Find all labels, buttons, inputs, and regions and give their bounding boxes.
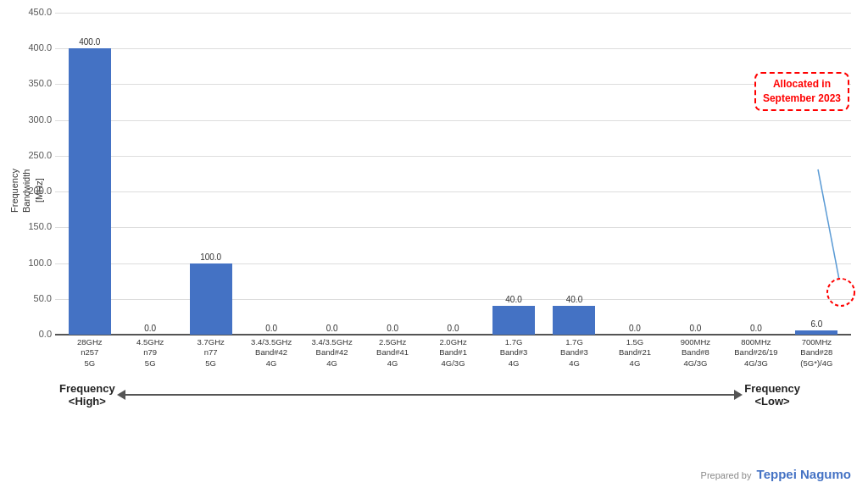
bar-group-3: 0.0 (241, 324, 301, 335)
bar-value-label-11: 0.0 (750, 324, 762, 333)
x-labels: 28GHzn2575G4.5GHzn795G3.7GHzn775G3.4/3.5… (55, 335, 851, 377)
chart-area: FrequencyBandwidth[MHz] 450.0400.0350.03… (8, 13, 851, 377)
x-label-2: 3.7GHzn775G (181, 335, 241, 369)
x-label-6: 2.0GHzBand#14G/3G (423, 335, 483, 369)
freq-high-label: Frequency<High> (59, 382, 115, 408)
bar-group-1: 0.0 (120, 324, 180, 335)
bar-rect-7 (492, 306, 535, 335)
bar-value-label-5: 0.0 (387, 324, 398, 333)
bar-group-8: 40.0 (544, 295, 604, 335)
bar-rect-8 (553, 306, 595, 335)
bar-group-11: 0.0 (726, 324, 786, 335)
bar-group-7: 40.0 (483, 295, 543, 335)
bar-rect-2 (190, 263, 232, 335)
bar-group-10: 0.0 (665, 324, 726, 335)
author-name: Teppei Nagumo (757, 467, 851, 481)
bar-group-0: 400.0 (59, 37, 120, 335)
bar-value-label-1: 0.0 (144, 324, 156, 333)
bar-value-label-6: 0.0 (448, 324, 459, 333)
bar-group-6: 0.0 (423, 324, 483, 335)
bar-group-2: 100.0 (181, 252, 241, 335)
x-label-8: 1.7GBand#34G (544, 335, 604, 369)
frequency-arrow-line (124, 394, 737, 396)
x-label-4: 3.4/3.5GHzBand#424G (302, 335, 362, 369)
x-label-9: 1.5GBand#214G (604, 335, 665, 369)
x-label-11: 800MHzBand#26/194G/3G (726, 335, 786, 369)
x-label-10: 900MHzBand#84G/3G (665, 335, 726, 369)
plot-area: 450.0400.0350.0300.0250.0200.0150.0100.0… (55, 13, 851, 377)
bar-rect-0 (69, 48, 111, 335)
annotation-text: Allocated inSeptember 2023 (763, 78, 841, 104)
bar-value-label-12: 6.0 (810, 319, 822, 329)
x-label-5: 2.5GHzBand#414G (362, 335, 422, 369)
x-label-0: 28GHzn2575G (59, 335, 120, 369)
bar-group-4: 0.0 (302, 324, 362, 335)
bar-value-label-0: 400.0 (79, 37, 100, 47)
annotation-callout: Allocated inSeptember 2023 (754, 72, 849, 111)
x-label-3: 3.4/3.5GHzBand#424G (241, 335, 301, 369)
bar-value-label-7: 40.0 (505, 295, 521, 304)
bar-group-5: 0.0 (362, 324, 422, 335)
x-label-12: 700MHzBand#28(5G*)/4G (787, 335, 847, 369)
frequency-arrows: Frequency<High> Frequency<Low> (8, 379, 851, 408)
bar-value-label-4: 0.0 (326, 324, 338, 333)
bar-value-label-10: 0.0 (689, 324, 701, 333)
bar-group-12: 6.0 (787, 319, 847, 335)
x-label-7: 1.7GBand#34G (483, 335, 543, 369)
bar-value-label-8: 40.0 (566, 295, 582, 304)
freq-low-label: Frequency<Low> (744, 382, 800, 408)
chart-container: FrequencyBandwidth[MHz] 450.0400.0350.03… (0, 0, 868, 488)
y-axis-label: FrequencyBandwidth[MHz] (8, 13, 55, 377)
bar-group-9: 0.0 (604, 324, 665, 335)
bar-value-label-9: 0.0 (629, 324, 641, 333)
bar-value-label-3: 0.0 (265, 324, 277, 333)
prepared-by: Prepared by Teppei Nagumo (701, 467, 851, 481)
bars-row: 400.00.0100.00.00.00.00.040.040.00.00.00… (55, 13, 851, 335)
x-label-1: 4.5GHzn795G (120, 335, 180, 369)
bar-value-label-2: 100.0 (200, 252, 221, 262)
